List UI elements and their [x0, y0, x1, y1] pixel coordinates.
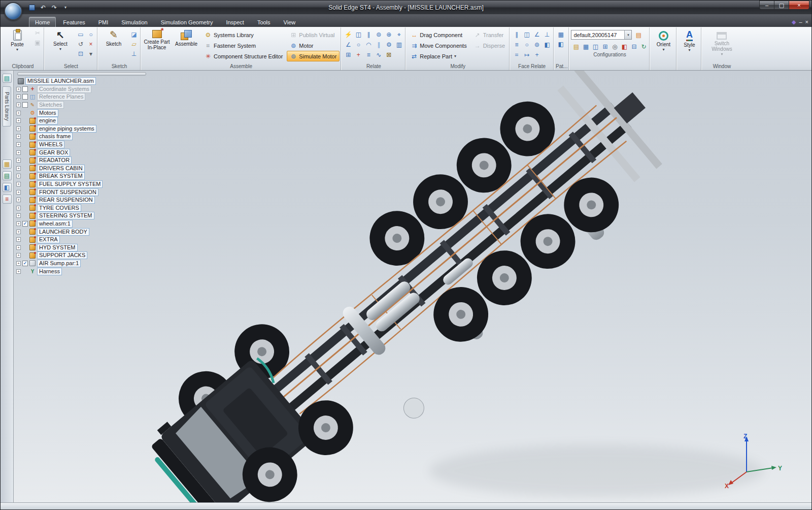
tree-item[interactable]: + ✓ TYRE COVERS: [16, 204, 149, 212]
save-icon[interactable]: [27, 3, 37, 12]
ribbon-tab[interactable]: Simulation Geometry: [155, 17, 219, 27]
mate-icon[interactable]: ◫: [353, 29, 363, 39]
tree-item[interactable]: + ✓ WHEELS: [16, 141, 149, 149]
rigid-set-icon[interactable]: ⊞: [343, 50, 353, 59]
tree-item[interactable]: + ✓ BREAK SYSTEM: [16, 172, 149, 180]
expand-icon[interactable]: +: [16, 103, 21, 107]
sketch-button[interactable]: ✎ Sketch: [99, 28, 128, 60]
tree-item-label[interactable]: DRIVERS CABIN: [37, 165, 85, 172]
ribbon-tab[interactable]: Simulation: [115, 17, 153, 27]
select-options-icon[interactable]: ▾: [86, 49, 96, 58]
minimize-button[interactable]: –: [759, 1, 774, 10]
clip-icon[interactable]: ⊟: [629, 42, 639, 51]
tree-item[interactable]: + ✓ AIR Sump.par:1: [16, 260, 149, 268]
tree-item-label[interactable]: BREAK SYSTEM: [37, 172, 85, 180]
tree-item[interactable]: + ✓ DRIVERS CABIN: [16, 165, 149, 173]
assemble-button[interactable]: Assemble: [172, 28, 200, 60]
expand-icon[interactable]: +: [16, 118, 21, 123]
family-of-parts-icon[interactable]: ▤: [633, 30, 644, 40]
select-button[interactable]: ↖ Select ▾: [46, 28, 75, 60]
face-coplanar-icon[interactable]: ≡: [512, 40, 522, 49]
face-equal-icon[interactable]: =: [512, 50, 522, 59]
tree-item-label[interactable]: LAUNCHER BODY: [37, 228, 89, 236]
orient-button[interactable]: Orient ▾: [652, 28, 675, 60]
expand-icon[interactable]: +: [16, 87, 21, 91]
ribbon-tab[interactable]: View: [278, 17, 302, 27]
style-dropdown-icon[interactable]: ▾: [688, 49, 690, 52]
expand-icon[interactable]: +: [16, 245, 21, 250]
gem-icon[interactable]: ◆: [792, 19, 796, 25]
tree-item[interactable]: + ✓ READATOR: [16, 156, 149, 165]
tree-item[interactable]: + ✓ engine piping systems: [16, 125, 149, 133]
restore-button[interactable]: ▢: [774, 1, 789, 10]
expand-icon[interactable]: +: [16, 134, 21, 139]
select-visible-icon[interactable]: ⊡: [76, 49, 86, 58]
tree-item[interactable]: + ✓ SUPPORT JACKS: [16, 251, 149, 260]
tree-item[interactable]: + ✓ Coordinate Systems: [16, 85, 149, 93]
visibility-checkbox[interactable]: ✓: [22, 261, 28, 266]
tree-item[interactable]: + ✓ STEERING SYSTEM: [16, 212, 149, 220]
tree-item[interactable]: + ✓ REAR SUSPENSION: [16, 196, 149, 204]
ribbon-tab[interactable]: Features: [57, 17, 91, 27]
fastener-system-button[interactable]: ⌗ Fastener System ▾: [201, 40, 286, 51]
tree-item-label[interactable]: Sketches: [37, 101, 64, 109]
quick-access-customize-icon[interactable]: ▾: [60, 3, 71, 12]
tree-item-label[interactable]: FRONT SUSPENSION: [37, 188, 98, 196]
parallel-icon[interactable]: ∥: [374, 40, 384, 49]
tree-item-label[interactable]: Reference Planes: [37, 93, 85, 101]
expand-icon[interactable]: +: [16, 126, 21, 131]
expand-icon[interactable]: +: [16, 190, 21, 195]
systems-library-button[interactable]: ⚙ Systems Library ▾: [201, 29, 286, 40]
ribbon-tab[interactable]: Tools: [251, 17, 277, 27]
face-fix-icon[interactable]: +: [532, 50, 542, 59]
tree-item-label[interactable]: WHEELS: [37, 141, 64, 148]
configuration-combobox-dropdown-icon[interactable]: ▾: [624, 30, 631, 39]
tree-item-label[interactable]: Coordinate Systems: [37, 85, 91, 93]
tree-item[interactable]: + ✓ GEAR BOX: [16, 148, 149, 156]
tree-item[interactable]: + ✓ Reference Planes: [16, 93, 149, 101]
expand-icon[interactable]: +: [16, 150, 21, 155]
document-close-icon[interactable]: ×: [805, 19, 808, 25]
orient-dropdown-icon[interactable]: ▾: [662, 48, 664, 51]
pattern-icon[interactable]: ▦: [556, 29, 566, 39]
tree-item-label[interactable]: GEAR BOX: [37, 149, 70, 156]
tree-item-label[interactable]: Motors: [37, 109, 58, 117]
redo-icon[interactable]: ↷: [49, 3, 59, 12]
tree-item[interactable]: + ✓ wheel.asm:1: [16, 220, 149, 228]
refresh-config-icon[interactable]: ↻: [638, 42, 649, 51]
expand-icon[interactable]: +: [16, 174, 21, 178]
paste-button[interactable]: Paste ▾: [3, 28, 31, 60]
transfer-button[interactable]: ↗ Transfer: [471, 29, 508, 40]
tree-item-label[interactable]: AIR Sump.par:1: [37, 260, 81, 267]
mirror-icon[interactable]: ◧: [556, 39, 566, 49]
expand-icon[interactable]: +: [16, 94, 21, 99]
expand-icon[interactable]: +: [16, 221, 21, 226]
expand-icon[interactable]: +: [16, 166, 21, 171]
copy-icon[interactable]: ▣: [32, 38, 43, 47]
tree-item[interactable]: + ✓ chasis frame: [16, 133, 149, 141]
tree-item[interactable]: + ✓ FUEL SUPPLY SYSTEM: [16, 180, 149, 188]
tree-item[interactable]: + ✓ HYD SYSTEM: [16, 243, 149, 251]
tree-item-label[interactable]: wheel.asm:1: [37, 220, 73, 228]
tree-item[interactable]: + ✓ Sketches: [16, 101, 149, 109]
drag-component-button[interactable]: ↔ Drag Component ▾: [408, 29, 469, 40]
cut-icon[interactable]: ✂: [32, 28, 43, 38]
alternate-assemblies-icon[interactable]: ◧: [3, 183, 12, 192]
select-dropdown-icon[interactable]: ▾: [59, 48, 61, 51]
select-prior-icon[interactable]: ↺: [76, 39, 86, 49]
planar-align-icon[interactable]: ∥: [363, 29, 374, 39]
switch-windows-button[interactable]: Switch Windows ▾: [703, 28, 740, 60]
tree-item-label[interactable]: engine piping systems: [37, 125, 96, 133]
select-box-icon[interactable]: ▭: [76, 29, 86, 39]
tree-item-label[interactable]: SUPPORT JACKS: [37, 251, 87, 259]
assembly-root-label[interactable]: MISSILE LAUNCHER.asm: [25, 77, 96, 85]
tree-item[interactable]: + ✓ LAUNCHER BODY: [16, 228, 149, 236]
family-of-parts-panel-icon[interactable]: ▤: [3, 171, 12, 180]
tree-item[interactable]: + ✓ FRONT SUSPENSION: [16, 188, 149, 196]
expand-icon[interactable]: +: [16, 182, 21, 186]
expand-icon[interactable]: +: [16, 213, 21, 218]
expand-icon[interactable]: +: [16, 142, 21, 147]
tree-item-label[interactable]: REAR SUSPENSION: [37, 196, 95, 204]
replace-part-button[interactable]: ⇄ Replace Part ▾: [408, 51, 469, 61]
tree-item-label[interactable]: READATOR: [37, 156, 72, 164]
